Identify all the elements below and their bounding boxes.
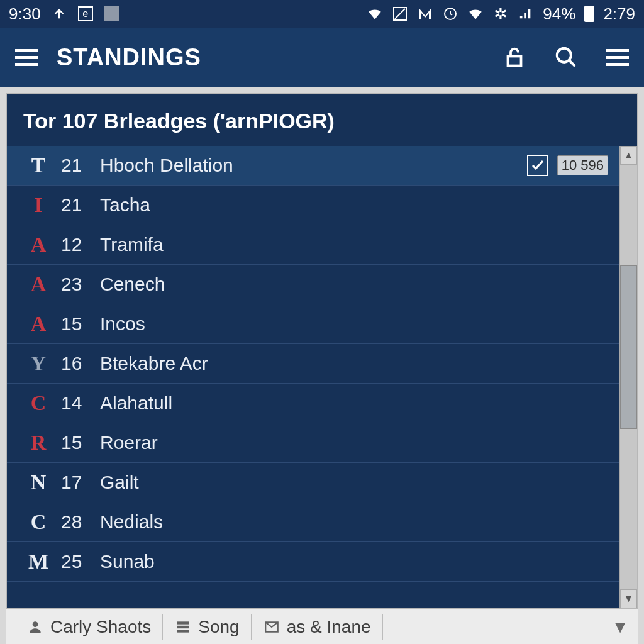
scrollbar[interactable]: ▲ ▼ <box>619 146 637 608</box>
status-bar: 9:30 e ✲ 94% 2:79 <box>0 0 644 28</box>
team-number: 16 <box>53 353 100 374</box>
svg-rect-5 <box>177 621 190 624</box>
snowflake-icon: ✲ <box>492 6 509 22</box>
team-name: Tacha <box>100 194 608 216</box>
content-area: Tor 107 Brleadges ('arnPIOGR) T21Hboch D… <box>0 87 644 644</box>
team-number: 21 <box>53 194 100 216</box>
scroll-down-button[interactable]: ▼ <box>620 589 637 608</box>
team-name: Nedials <box>100 511 608 533</box>
bottom-bar: Carly Shaots Song as & Inane ▼ <box>6 609 638 644</box>
list-item[interactable]: N17Gailt <box>7 463 619 502</box>
app-bar-actions <box>501 43 631 71</box>
card-title: Tor 107 Brleadges ('arnPIOGR) <box>7 94 637 146</box>
team-number: 25 <box>53 551 100 572</box>
team-number: 21 <box>53 155 100 176</box>
team-letter: I <box>23 193 53 217</box>
list-item[interactable]: A23Cenech <box>7 265 619 304</box>
team-name: Btekabre Acr <box>100 353 608 374</box>
list-item[interactable]: A12Tramifa <box>7 225 619 265</box>
team-number: 14 <box>53 392 100 414</box>
list-item[interactable]: I21Tacha <box>7 186 619 225</box>
team-name: Sunab <box>100 551 608 572</box>
svg-rect-2 <box>508 57 521 66</box>
wifi-icon-2 <box>467 6 484 22</box>
list-item[interactable]: T21Hboch Dellation10 596 <box>7 146 619 186</box>
app-badge-icon: e <box>77 6 94 22</box>
wifi-icon <box>367 6 383 22</box>
overflow-menu-button[interactable] <box>604 43 631 71</box>
team-letter: M <box>23 550 53 574</box>
scroll-up-button[interactable]: ▲ <box>620 146 637 165</box>
team-letter: Y <box>23 352 53 375</box>
team-number: 23 <box>53 274 100 295</box>
status-time-right: 2:79 <box>603 4 635 24</box>
bottom-item-label: Carly Shaots <box>50 617 151 637</box>
team-number: 12 <box>53 234 100 255</box>
bottom-item-inbox[interactable]: as & Inane <box>252 614 383 640</box>
svg-point-3 <box>557 48 571 62</box>
list-icon <box>174 618 192 636</box>
svg-point-4 <box>33 621 38 627</box>
team-number: 15 <box>53 313 100 335</box>
team-name: Alahatull <box>100 392 608 414</box>
scroll-thumb[interactable] <box>620 265 637 429</box>
team-letter: N <box>23 470 53 494</box>
list-item[interactable]: M25Sunab <box>7 542 619 582</box>
team-number: 15 <box>53 432 100 453</box>
m-icon <box>417 6 433 22</box>
bottom-item-user[interactable]: Carly Shaots <box>15 614 163 640</box>
list-item[interactable]: A15Incos <box>7 304 619 344</box>
battery-percentage: 94% <box>543 4 575 24</box>
battery-icon <box>584 6 594 22</box>
team-name: Cenech <box>100 274 608 295</box>
menu-button[interactable] <box>13 43 40 71</box>
page-title: STANDINGS <box>57 44 201 71</box>
team-letter: A <box>23 233 53 257</box>
list-area: T21Hboch Dellation10 596I21TachaA12Trami… <box>7 146 637 608</box>
team-number: 28 <box>53 511 100 533</box>
team-number: 17 <box>53 472 100 493</box>
bottom-item-label: Song <box>198 617 239 637</box>
scroll-track[interactable] <box>620 165 637 589</box>
team-letter: A <box>23 312 53 336</box>
team-letter: R <box>23 431 53 455</box>
lock-button[interactable] <box>501 43 528 71</box>
team-name: Hboch Dellation <box>100 155 527 176</box>
standings-card: Tor 107 Brleadges ('arnPIOGR) T21Hboch D… <box>6 93 638 609</box>
check-icon[interactable] <box>527 155 548 176</box>
status-time-left: 9:30 <box>9 4 41 24</box>
inbox-icon <box>263 618 280 636</box>
team-letter: T <box>23 153 53 177</box>
team-name: Gailt <box>100 472 608 493</box>
svg-rect-6 <box>177 625 190 628</box>
no-image-icon <box>392 6 408 22</box>
app-badge-icon-2 <box>104 6 120 22</box>
app-bar: STANDINGS <box>0 28 644 87</box>
list-item[interactable]: Y16Btekabre Acr <box>7 344 619 384</box>
bottom-collapse-button[interactable]: ▼ <box>611 618 629 636</box>
svg-rect-7 <box>177 630 190 632</box>
team-name: Incos <box>100 313 608 335</box>
status-left: 9:30 e <box>9 4 120 24</box>
team-letter: C <box>23 510 53 534</box>
list-item[interactable]: R15Roerar <box>7 423 619 463</box>
standings-list: T21Hboch Dellation10 596I21TachaA12Trami… <box>7 146 619 608</box>
upload-arrow-icon <box>51 6 67 22</box>
list-item[interactable]: C28Nedials <box>7 502 619 542</box>
team-name: Tramifa <box>100 234 608 255</box>
team-name: Roerar <box>100 432 608 453</box>
team-letter: C <box>23 391 53 415</box>
signal-icon <box>518 6 534 22</box>
bottom-item-label: as & Inane <box>287 617 371 637</box>
clock-icon <box>442 6 458 22</box>
team-letter: A <box>23 272 53 296</box>
bottom-item-song[interactable]: Song <box>163 614 251 640</box>
status-right: ✲ 94% 2:79 <box>367 4 635 24</box>
search-button[interactable] <box>552 43 580 71</box>
user-icon <box>26 618 44 636</box>
list-item[interactable]: C14Alahatull <box>7 384 619 423</box>
score-badge: 10 596 <box>557 155 608 175</box>
